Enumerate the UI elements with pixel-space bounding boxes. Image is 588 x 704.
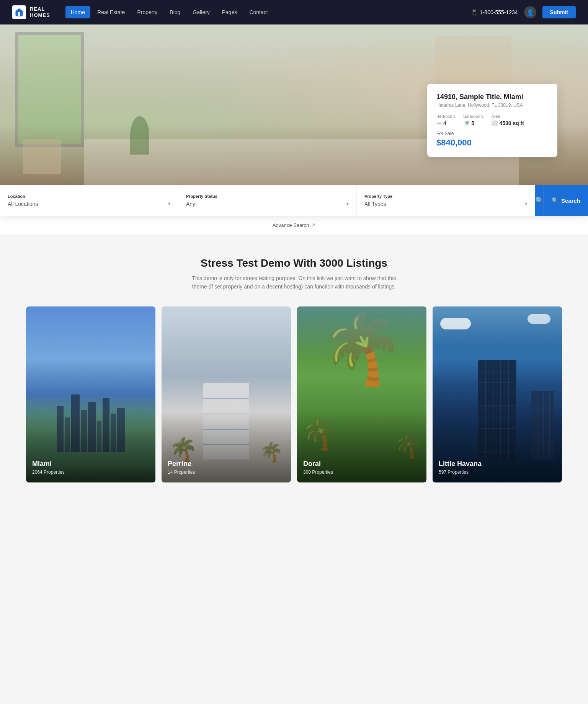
little-havana-info: Little Havana 597 Properties	[433, 452, 488, 482]
miami-info: Miami 2064 Properties	[26, 452, 71, 482]
section-subtitle: This demo is only for stress testing pur…	[191, 274, 397, 291]
chair-decor	[23, 139, 61, 174]
avatar-icon: 👤	[526, 9, 534, 16]
bed-icon: 🛏	[436, 120, 442, 126]
type-chevron-icon: ▾	[525, 201, 527, 207]
city-card-little-havana[interactable]: Little Havana 597 Properties	[433, 306, 562, 482]
main-content: Stress Test Demo With 3000 Listings This…	[0, 234, 588, 498]
for-sale-label: For Sale	[436, 131, 548, 136]
search-button-wrap: 🔍 🔍 Search	[535, 185, 588, 216]
phone-number: 1-800-555-1234	[480, 9, 518, 15]
city-card-doral[interactable]: 🌴 🌴 🌴 Doral 300 Properties	[297, 306, 426, 482]
type-field[interactable]: Property Type All Types ▾	[357, 185, 535, 216]
advance-search-link[interactable]: Advance Search ↗	[273, 222, 315, 229]
search-icon-button[interactable]: 🔍	[535, 185, 544, 216]
status-field[interactable]: Property Status Any ▾	[178, 185, 357, 216]
advance-search-wrap: Advance Search ↗	[0, 216, 588, 234]
doral-properties: 300 Properties	[303, 469, 333, 475]
logo-icon	[12, 5, 26, 19]
perrine-name: Perrine	[168, 460, 195, 468]
search-button[interactable]: 🔍 Search	[544, 185, 588, 216]
bedrooms-stat: Bedrooms 🛏 4	[436, 114, 456, 126]
property-title: 14910, Sample Title, Miami	[436, 93, 548, 101]
city-card-perrine[interactable]: 🌴 🌴 Perrine 14 Properties	[162, 306, 291, 482]
location-label: Location	[8, 194, 170, 199]
property-price: $840,000	[436, 138, 548, 148]
search-bar: Location All Locations ▾ Property Status…	[0, 185, 588, 216]
nav-gallery[interactable]: Gallery	[187, 6, 215, 18]
little-havana-properties: 597 Properties	[439, 469, 482, 475]
advance-search-label: Advance Search	[273, 222, 309, 228]
hero-section: 14910, Sample Title, Miami Hatteras Lane…	[0, 24, 588, 185]
location-chevron-icon: ▾	[168, 201, 170, 207]
bath-icon: 🚿	[463, 120, 470, 126]
status-value: Any ▾	[186, 201, 349, 207]
user-icon[interactable]: 👤	[524, 6, 536, 18]
doral-name: Doral	[303, 460, 333, 468]
type-value: All Types ▾	[364, 201, 527, 207]
bathrooms-value: 5	[471, 120, 474, 126]
nav-links: Home Real Estate Property Blog Gallery P…	[65, 6, 471, 18]
bathrooms-label: Bathrooms	[463, 114, 483, 119]
property-stats: Bedrooms 🛏 4 Bathrooms 🚿 5 Area ⬜ 4530 s…	[436, 114, 548, 126]
bathrooms-stat: Bathrooms 🚿 5	[463, 114, 483, 126]
city-grid: Miami 2064 Properties 🌴 🌴 Perrine 14 Pro…	[26, 306, 562, 482]
area-value: 4530 sq ft	[499, 120, 524, 126]
location-value: All Locations ▾	[8, 201, 170, 207]
nav-real-estate[interactable]: Real Estate	[92, 6, 130, 18]
miami-properties: 2064 Properties	[32, 469, 65, 475]
nav-pages[interactable]: Pages	[217, 6, 243, 18]
bedrooms-label: Bedrooms	[436, 114, 456, 119]
whatsapp-icon: 📱	[471, 9, 477, 15]
advance-search-arrow-icon: ↗	[310, 222, 315, 229]
property-address: Hatteras Lane, Hollywood, FL 33019, USA	[436, 103, 548, 108]
submit-button[interactable]: Submit	[542, 6, 576, 18]
nav-contact[interactable]: Contact	[244, 6, 273, 18]
property-card: 14910, Sample Title, Miami Hatteras Lane…	[427, 84, 557, 157]
little-havana-name: Little Havana	[439, 460, 482, 468]
area-label: Area	[491, 114, 524, 119]
perrine-properties: 14 Properties	[168, 469, 195, 475]
navbar: REAL HOMES Home Real Estate Property Blo…	[0, 0, 588, 24]
miami-name: Miami	[32, 460, 65, 468]
city-card-miami[interactable]: Miami 2064 Properties	[26, 306, 155, 482]
doral-info: Doral 300 Properties	[297, 452, 339, 482]
logo[interactable]: REAL HOMES	[12, 5, 50, 19]
type-label: Property Type	[364, 194, 527, 199]
status-label: Property Status	[186, 194, 349, 199]
bedrooms-value: 4	[443, 120, 446, 126]
area-stat: Area ⬜ 4530 sq ft	[491, 114, 524, 126]
nav-property[interactable]: Property	[132, 6, 163, 18]
phone-wrap: 📱 1-800-555-1234	[471, 9, 518, 15]
nav-right: 📱 1-800-555-1234 👤 Submit	[471, 6, 576, 18]
plant-decor	[130, 116, 149, 155]
nav-home[interactable]: Home	[65, 6, 90, 18]
nav-blog[interactable]: Blog	[164, 6, 186, 18]
perrine-info: Perrine 14 Properties	[162, 452, 201, 482]
area-icon: ⬜	[491, 120, 498, 126]
section-title: Stress Test Demo With 3000 Listings	[15, 257, 573, 269]
search-btn-icon: 🔍	[552, 197, 559, 204]
logo-text: REAL HOMES	[30, 6, 50, 18]
location-field[interactable]: Location All Locations ▾	[0, 185, 178, 216]
status-chevron-icon: ▾	[346, 201, 349, 207]
